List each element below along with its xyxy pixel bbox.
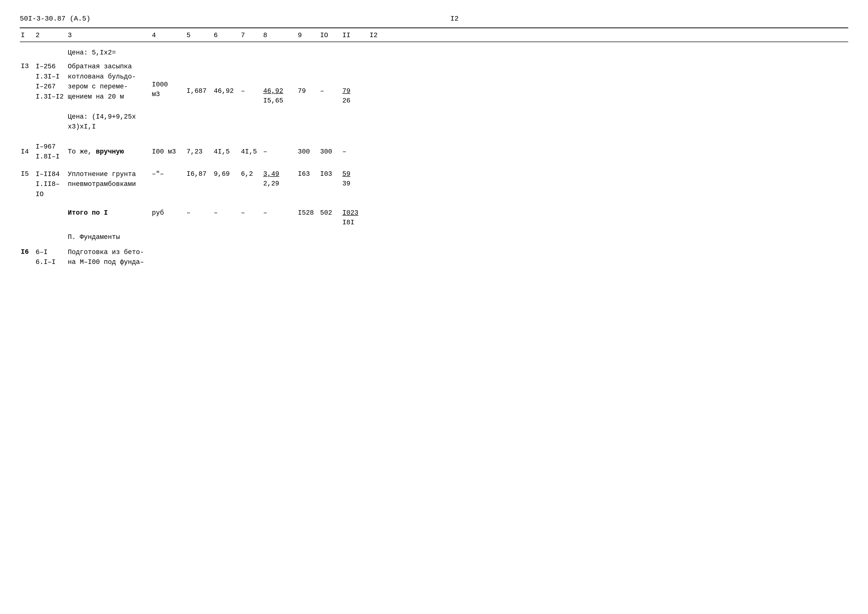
- r3-col10: –: [319, 62, 341, 96]
- sh-col3: П. Фундаменты: [67, 233, 151, 242]
- sum-col9: I528: [297, 208, 319, 218]
- r5-col10: I03: [319, 169, 341, 179]
- price-note-row: Цена: 5,Ix2=: [20, 42, 848, 59]
- r5-col11-val2: 39: [343, 180, 350, 187]
- r6-col3: Подготовка из бето-на М–I00 под фунда–: [67, 247, 151, 267]
- column-headers: I 2 3 4 5 6 7 8 9 IO II I2: [20, 28, 848, 42]
- col-header-8: 8: [262, 32, 297, 39]
- row-i4: I4 I–967I.8I–I То же, вручную I00 м3 7,2…: [20, 139, 848, 167]
- col-header-3: 3: [67, 32, 151, 39]
- col-header-1: I: [20, 32, 35, 39]
- col-header-10: IO: [319, 32, 341, 39]
- r3-col8-val1: 46,92: [263, 87, 283, 95]
- header-center: I2: [451, 15, 459, 23]
- col-header-7: 7: [240, 32, 262, 39]
- pn-col3: Цена: 5,Ix2=: [67, 44, 151, 58]
- col-header-2: 2: [35, 32, 67, 39]
- r6-col1: I6: [20, 247, 35, 257]
- r3-col11: 79 26: [341, 62, 369, 106]
- r3-col9: 79: [297, 62, 319, 96]
- r5-col8-val2: 2,29: [263, 180, 279, 187]
- header-left: 50I-3-30.87 (A.5): [20, 15, 90, 23]
- r3-col11-val2: 26: [343, 97, 350, 104]
- r5-col5: I6,87: [186, 169, 213, 179]
- r5-col9: I63: [297, 169, 319, 179]
- r4-col2: I–967I.8I–I: [35, 142, 67, 162]
- r5-col8: 3,49 2,29: [262, 169, 297, 189]
- r5-col7: 6,2: [240, 169, 262, 179]
- sum-col8: –: [262, 208, 297, 218]
- r3-col8: 46,92 I5,65: [262, 62, 297, 106]
- col-header-4: 4: [151, 32, 186, 39]
- sum-col6: –: [213, 208, 240, 218]
- r4-col6: 4I,5: [213, 147, 240, 157]
- r3-col5: I,687: [186, 62, 213, 96]
- sum-col11: I023 I8I: [341, 208, 369, 227]
- r5-col3: Уплотнение грунтапневмотрамбовками: [67, 169, 151, 190]
- r4-col4: I00 м3: [151, 147, 186, 157]
- row-i3: I3 I–256I.3I–II–267I.3I–I2 Обратная засы…: [20, 59, 848, 139]
- section-header-row: П. Фундаменты: [20, 230, 848, 245]
- sum-col7: –: [240, 208, 262, 218]
- row-i5: I5 I–II84I.II8–IO Уплотнение грунтапневм…: [20, 167, 848, 205]
- row-i6: I6 6–I6.I–I Подготовка из бето-на М–I00 …: [20, 245, 848, 270]
- r6-col2: 6–I6.I–I: [35, 247, 67, 267]
- r4-bold: вручную: [96, 148, 124, 155]
- r3-col2: I–256I.3I–II–267I.3I–I2: [35, 62, 67, 102]
- r4-col9: 300: [297, 147, 319, 157]
- r3-col11-val1: 79: [343, 87, 350, 95]
- r3-col1: I3: [20, 62, 35, 71]
- r4-col8: –: [262, 147, 297, 157]
- sum-col5: –: [186, 208, 213, 218]
- r4-col7: 4I,5: [240, 147, 262, 157]
- r3-col8-val2: I5,65: [263, 97, 283, 104]
- r5-col1: I5: [20, 169, 35, 179]
- col-header-9: 9: [297, 32, 319, 39]
- sum-col11-val2: I8I: [343, 219, 355, 226]
- sum-col4: руб: [151, 208, 186, 218]
- sum-col11-val1: I023: [343, 209, 358, 217]
- r4-col11: –: [341, 147, 369, 157]
- r3-col7: –: [240, 62, 262, 96]
- col-header-6: 6: [213, 32, 240, 39]
- main-table: I 2 3 4 5 6 7 8 9 IO II I2 Цена: 5,Ix2= …: [20, 28, 848, 270]
- r3-col6: 46,92: [213, 62, 240, 96]
- summary-row: Итого по I руб – – – – I528 502 I023 I8I: [20, 204, 848, 230]
- col-header-12: I2: [369, 32, 391, 39]
- r5-col8-val1: 3,49: [263, 170, 279, 178]
- r5-col6: 9,69: [213, 169, 240, 179]
- r5-col2: I–II84I.II8–IO: [35, 169, 67, 199]
- sum-col3: Итого по I: [67, 208, 151, 218]
- col-header-11: II: [341, 32, 369, 39]
- r4-col3: То же, вручную: [67, 147, 151, 157]
- r3-col3: Обратная засыпкакотлована бульдо-зером с…: [67, 62, 151, 132]
- r5-col11-val1: 59: [343, 170, 350, 178]
- r4-col5: 7,23: [186, 147, 213, 157]
- r4-col1: I4: [20, 147, 35, 157]
- r5-col11: 59 39: [341, 169, 369, 189]
- r5-col4: –"–: [151, 169, 186, 179]
- col-header-5: 5: [186, 32, 213, 39]
- r3-col4: I000м3: [151, 62, 186, 99]
- sum-col10: 502: [319, 208, 341, 218]
- r4-col10: 300: [319, 147, 341, 157]
